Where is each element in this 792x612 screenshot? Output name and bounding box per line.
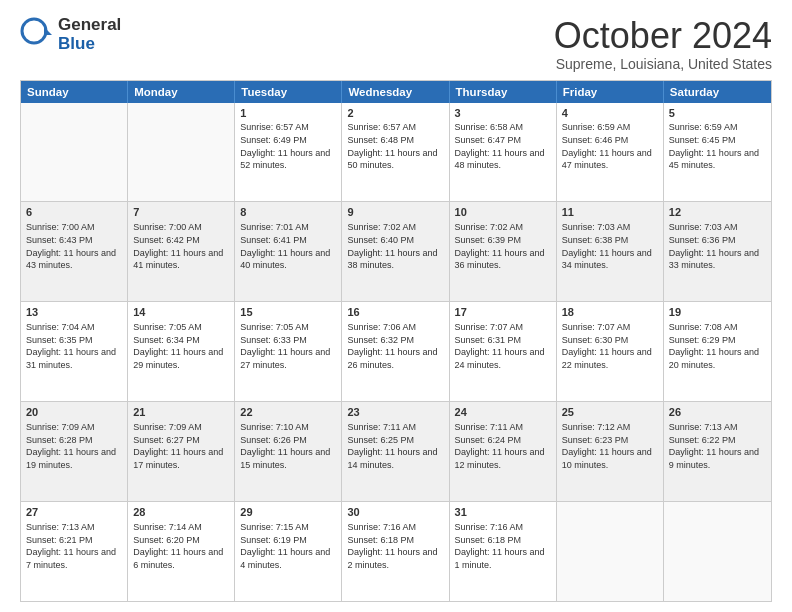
day-number: 28 — [133, 505, 229, 520]
col-friday: Friday — [557, 81, 664, 103]
table-row: 2Sunrise: 6:57 AM Sunset: 6:48 PM Daylig… — [342, 103, 449, 202]
table-row: 1Sunrise: 6:57 AM Sunset: 6:49 PM Daylig… — [235, 103, 342, 202]
cell-info: Sunrise: 6:58 AM Sunset: 6:47 PM Dayligh… — [455, 121, 551, 171]
day-number: 12 — [669, 205, 766, 220]
table-row: 19Sunrise: 7:08 AM Sunset: 6:29 PM Dayli… — [664, 302, 771, 401]
col-sunday: Sunday — [21, 81, 128, 103]
cell-info: Sunrise: 7:12 AM Sunset: 6:23 PM Dayligh… — [562, 421, 658, 471]
day-number: 2 — [347, 106, 443, 121]
cell-info: Sunrise: 7:03 AM Sunset: 6:38 PM Dayligh… — [562, 221, 658, 271]
table-row: 11Sunrise: 7:03 AM Sunset: 6:38 PM Dayli… — [557, 202, 664, 301]
page: General Blue October 2024 Supreme, Louis… — [0, 0, 792, 612]
cell-info: Sunrise: 7:01 AM Sunset: 6:41 PM Dayligh… — [240, 221, 336, 271]
week-row-2: 6Sunrise: 7:00 AM Sunset: 6:43 PM Daylig… — [21, 202, 771, 302]
table-row: 14Sunrise: 7:05 AM Sunset: 6:34 PM Dayli… — [128, 302, 235, 401]
day-number: 5 — [669, 106, 766, 121]
svg-marker-1 — [44, 27, 52, 35]
cell-info: Sunrise: 7:05 AM Sunset: 6:33 PM Dayligh… — [240, 321, 336, 371]
cell-info: Sunrise: 7:10 AM Sunset: 6:26 PM Dayligh… — [240, 421, 336, 471]
cell-info: Sunrise: 7:06 AM Sunset: 6:32 PM Dayligh… — [347, 321, 443, 371]
table-row: 26Sunrise: 7:13 AM Sunset: 6:22 PM Dayli… — [664, 402, 771, 501]
table-row: 21Sunrise: 7:09 AM Sunset: 6:27 PM Dayli… — [128, 402, 235, 501]
subtitle: Supreme, Louisiana, United States — [554, 56, 772, 72]
table-row: 13Sunrise: 7:04 AM Sunset: 6:35 PM Dayli… — [21, 302, 128, 401]
table-row: 15Sunrise: 7:05 AM Sunset: 6:33 PM Dayli… — [235, 302, 342, 401]
table-row: 22Sunrise: 7:10 AM Sunset: 6:26 PM Dayli… — [235, 402, 342, 501]
col-monday: Monday — [128, 81, 235, 103]
logo-general: General — [58, 16, 121, 35]
week-row-5: 27Sunrise: 7:13 AM Sunset: 6:21 PM Dayli… — [21, 502, 771, 601]
week-row-1: 1Sunrise: 6:57 AM Sunset: 6:49 PM Daylig… — [21, 103, 771, 203]
week-row-4: 20Sunrise: 7:09 AM Sunset: 6:28 PM Dayli… — [21, 402, 771, 502]
cell-info: Sunrise: 7:00 AM Sunset: 6:42 PM Dayligh… — [133, 221, 229, 271]
table-row: 28Sunrise: 7:14 AM Sunset: 6:20 PM Dayli… — [128, 502, 235, 601]
header: General Blue October 2024 Supreme, Louis… — [20, 16, 772, 72]
cell-info: Sunrise: 6:57 AM Sunset: 6:49 PM Dayligh… — [240, 121, 336, 171]
cell-info: Sunrise: 7:03 AM Sunset: 6:36 PM Dayligh… — [669, 221, 766, 271]
cell-info: Sunrise: 7:08 AM Sunset: 6:29 PM Dayligh… — [669, 321, 766, 371]
cell-info: Sunrise: 7:11 AM Sunset: 6:25 PM Dayligh… — [347, 421, 443, 471]
table-row: 20Sunrise: 7:09 AM Sunset: 6:28 PM Dayli… — [21, 402, 128, 501]
table-row: 5Sunrise: 6:59 AM Sunset: 6:45 PM Daylig… — [664, 103, 771, 202]
day-number: 29 — [240, 505, 336, 520]
cell-info: Sunrise: 7:13 AM Sunset: 6:21 PM Dayligh… — [26, 521, 122, 571]
table-row: 4Sunrise: 6:59 AM Sunset: 6:46 PM Daylig… — [557, 103, 664, 202]
table-row: 30Sunrise: 7:16 AM Sunset: 6:18 PM Dayli… — [342, 502, 449, 601]
table-row: 23Sunrise: 7:11 AM Sunset: 6:25 PM Dayli… — [342, 402, 449, 501]
table-row: 17Sunrise: 7:07 AM Sunset: 6:31 PM Dayli… — [450, 302, 557, 401]
day-number: 10 — [455, 205, 551, 220]
col-tuesday: Tuesday — [235, 81, 342, 103]
svg-point-0 — [22, 19, 46, 43]
table-row: 6Sunrise: 7:00 AM Sunset: 6:43 PM Daylig… — [21, 202, 128, 301]
table-row: 16Sunrise: 7:06 AM Sunset: 6:32 PM Dayli… — [342, 302, 449, 401]
title-block: October 2024 Supreme, Louisiana, United … — [554, 16, 772, 72]
cell-info: Sunrise: 7:02 AM Sunset: 6:39 PM Dayligh… — [455, 221, 551, 271]
cell-info: Sunrise: 7:16 AM Sunset: 6:18 PM Dayligh… — [455, 521, 551, 571]
day-number: 25 — [562, 405, 658, 420]
cell-info: Sunrise: 7:16 AM Sunset: 6:18 PM Dayligh… — [347, 521, 443, 571]
day-number: 22 — [240, 405, 336, 420]
cell-info: Sunrise: 7:13 AM Sunset: 6:22 PM Dayligh… — [669, 421, 766, 471]
table-row — [21, 103, 128, 202]
day-number: 26 — [669, 405, 766, 420]
day-number: 31 — [455, 505, 551, 520]
table-row: 27Sunrise: 7:13 AM Sunset: 6:21 PM Dayli… — [21, 502, 128, 601]
table-row: 24Sunrise: 7:11 AM Sunset: 6:24 PM Dayli… — [450, 402, 557, 501]
day-number: 6 — [26, 205, 122, 220]
cell-info: Sunrise: 7:07 AM Sunset: 6:31 PM Dayligh… — [455, 321, 551, 371]
day-number: 30 — [347, 505, 443, 520]
day-number: 14 — [133, 305, 229, 320]
calendar-header: Sunday Monday Tuesday Wednesday Thursday… — [21, 81, 771, 103]
cell-info: Sunrise: 7:15 AM Sunset: 6:19 PM Dayligh… — [240, 521, 336, 571]
day-number: 4 — [562, 106, 658, 121]
table-row: 10Sunrise: 7:02 AM Sunset: 6:39 PM Dayli… — [450, 202, 557, 301]
cell-info: Sunrise: 6:59 AM Sunset: 6:46 PM Dayligh… — [562, 121, 658, 171]
table-row: 25Sunrise: 7:12 AM Sunset: 6:23 PM Dayli… — [557, 402, 664, 501]
week-row-3: 13Sunrise: 7:04 AM Sunset: 6:35 PM Dayli… — [21, 302, 771, 402]
col-wednesday: Wednesday — [342, 81, 449, 103]
day-number: 20 — [26, 405, 122, 420]
day-number: 7 — [133, 205, 229, 220]
cell-info: Sunrise: 6:57 AM Sunset: 6:48 PM Dayligh… — [347, 121, 443, 171]
day-number: 15 — [240, 305, 336, 320]
table-row: 29Sunrise: 7:15 AM Sunset: 6:19 PM Dayli… — [235, 502, 342, 601]
calendar: Sunday Monday Tuesday Wednesday Thursday… — [20, 80, 772, 602]
cell-info: Sunrise: 7:09 AM Sunset: 6:27 PM Dayligh… — [133, 421, 229, 471]
day-number: 27 — [26, 505, 122, 520]
logo-blue: Blue — [58, 35, 121, 54]
cell-info: Sunrise: 7:11 AM Sunset: 6:24 PM Dayligh… — [455, 421, 551, 471]
cell-info: Sunrise: 7:02 AM Sunset: 6:40 PM Dayligh… — [347, 221, 443, 271]
table-row: 3Sunrise: 6:58 AM Sunset: 6:47 PM Daylig… — [450, 103, 557, 202]
table-row — [664, 502, 771, 601]
cell-info: Sunrise: 7:07 AM Sunset: 6:30 PM Dayligh… — [562, 321, 658, 371]
logo: General Blue — [20, 16, 121, 53]
cell-info: Sunrise: 6:59 AM Sunset: 6:45 PM Dayligh… — [669, 121, 766, 171]
table-row: 8Sunrise: 7:01 AM Sunset: 6:41 PM Daylig… — [235, 202, 342, 301]
col-saturday: Saturday — [664, 81, 771, 103]
month-title: October 2024 — [554, 16, 772, 56]
table-row: 31Sunrise: 7:16 AM Sunset: 6:18 PM Dayli… — [450, 502, 557, 601]
day-number: 9 — [347, 205, 443, 220]
day-number: 24 — [455, 405, 551, 420]
cell-info: Sunrise: 7:04 AM Sunset: 6:35 PM Dayligh… — [26, 321, 122, 371]
logo-icon — [20, 17, 52, 49]
